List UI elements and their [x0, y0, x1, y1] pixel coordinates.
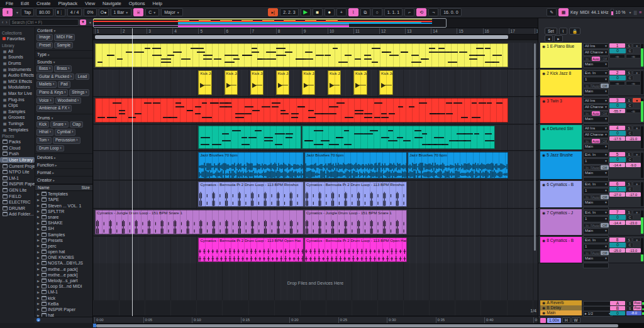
list-item[interactable]: ▶Steven ... VOL. 1: [35, 203, 92, 209]
time-ruler[interactable]: 0:000:050:100:150:200:250:300:350:400:45: [93, 316, 538, 323]
midi-map-label[interactable]: MIDI: [580, 10, 589, 14]
solo-button[interactable]: S: [626, 238, 633, 242]
monitor-off-button[interactable]: Off: [601, 57, 609, 61]
clip[interactable]: Kick Jaz: [250, 70, 264, 95]
list-item[interactable]: ▶NOSTA...DBYLJS: [35, 260, 92, 266]
filter-section-header[interactable]: Drums▾: [36, 115, 91, 121]
ableton-logo-icon[interactable]: ‖: [3, 8, 13, 16]
expand-triangle-icon[interactable]: ▶: [37, 215, 40, 219]
clip[interactable]: Cymatics - Bermuda Pt 2 Drum Loop - 113 …: [198, 182, 304, 207]
track-lane-6[interactable]: Cymatics - Bermuda Pt 2 Drum Loop - 113 …: [93, 181, 538, 209]
filter-section-header[interactable]: Devices▸: [36, 155, 91, 160]
expand-triangle-icon[interactable]: ▶: [37, 192, 40, 196]
sidebar-item-templates[interactable]: ▦Templates: [0, 126, 35, 133]
draw-mode-button[interactable]: ✎: [547, 8, 557, 16]
track-header-7[interactable]: ◉7 Cymatics - JExt. In▼1▼InAutoOffMain▼7…: [538, 209, 644, 236]
arm-button[interactable]: ●: [633, 238, 641, 242]
sidebar-item-electric[interactable]: ELECTRIC: [0, 199, 35, 205]
input-channel-menu[interactable]: 1▼: [583, 216, 609, 222]
list-item[interactable]: ▶perc: [35, 243, 92, 249]
track-fold-icon[interactable]: ◉: [542, 153, 545, 157]
key-root-menu[interactable]: C▼: [145, 8, 159, 16]
volume-field-a[interactable]: -17.5: [609, 136, 625, 141]
track-name[interactable]: ◉4 Detuned Stri: [540, 125, 582, 150]
zoom-level-button[interactable]: 1.00x: [547, 318, 561, 323]
list-item[interactable]: ▶mxthe...e pack]: [35, 272, 92, 278]
monitor-auto-button[interactable]: Auto: [592, 57, 600, 61]
monitor-auto-button[interactable]: Auto: [592, 111, 600, 116]
filter-chip[interactable]: Pad: [58, 81, 70, 88]
filter-chip[interactable]: Kick: [36, 121, 49, 128]
punch-in-button[interactable]: ⌐: [404, 8, 414, 16]
pan-knob[interactable]: 0: [609, 103, 626, 107]
track-name[interactable]: ◉3 Twin 3: [540, 97, 582, 123]
clip[interactable]: [95, 43, 508, 67]
sidebar-item-grooves[interactable]: ▦Grooves: [0, 114, 35, 121]
track-name[interactable]: ◉6 Cymatics - B: [540, 181, 582, 207]
list-item[interactable]: ▶ONE KNOBS: [35, 254, 92, 260]
volume-field-b[interactable]: -23.0: [626, 221, 641, 225]
track-fold-icon[interactable]: ◉: [542, 182, 545, 187]
filter-chip[interactable]: MIDI File: [54, 34, 75, 41]
monitor-in-button[interactable]: In: [583, 195, 591, 199]
track-number-badge[interactable]: 8: [609, 238, 625, 242]
expand-triangle-icon[interactable]: ▶: [37, 302, 40, 305]
track-number-badge[interactable]: 4: [609, 126, 625, 130]
sidebar-item-all[interactable]: ▦All: [0, 48, 35, 55]
volume-field-b[interactable]: -17.0: [626, 192, 641, 197]
sidebar-item-samples[interactable]: ▦Samples: [0, 109, 35, 115]
input-type-menu[interactable]: Ext. In▼: [583, 152, 609, 158]
input-channel-menu[interactable]: All Channe▼: [583, 132, 609, 138]
sidebar-item-modulators[interactable]: ▦Modulators: [0, 84, 35, 90]
volume-field-a[interactable]: -14.4: [609, 163, 625, 167]
track-number-badge[interactable]: 5: [609, 152, 625, 156]
track-number-badge[interactable]: 6: [609, 182, 625, 186]
list-item[interactable]: ▶Samples: [35, 231, 92, 237]
volume-field-a[interactable]: -14.4: [609, 221, 625, 225]
browser-forward-icon[interactable]: ›: [5, 20, 8, 25]
filter-chip[interactable]: Percussion ›: [53, 137, 80, 144]
filter-chip[interactable]: Guitar & Plucked ›: [36, 74, 74, 80]
capture-midi-button[interactable]: ⧉: [360, 8, 370, 16]
input-channel-menu[interactable]: All Channe▼: [583, 50, 609, 55]
pan-knob[interactable]: 0: [609, 75, 626, 80]
menu-item-edit[interactable]: Edit: [18, 0, 32, 7]
punch-out-button[interactable]: ¬: [428, 8, 438, 16]
monitor-auto-button[interactable]: Auto: [592, 165, 600, 170]
loop-brace[interactable]: [95, 35, 508, 39]
clip[interactable]: Jazz Brushes 70 bpm: [198, 152, 304, 178]
expand-triangle-icon[interactable]: ▶: [37, 273, 40, 276]
list-item[interactable]: ▶TAPE: [35, 197, 92, 202]
arrangement-view[interactable]: 123456789101112131415161718 Kick JazKick…: [93, 18, 538, 328]
volume-field-b[interactable]: -13.0: [626, 248, 641, 253]
arrangement-position-field[interactable]: 1. 1. 1: [384, 8, 402, 16]
sidebar-item-max-for-live[interactable]: ▦Max for Live: [0, 90, 35, 97]
filter-chip[interactable]: Tom ›: [36, 137, 52, 144]
output-menu[interactable]: Main▼: [583, 62, 609, 67]
sidebar-item-add-folder-[interactable]: Add Folder...: [0, 211, 35, 217]
sidebar-item-midi-effects[interactable]: ▦MIDI Effects: [0, 79, 35, 85]
arrangement-overview[interactable]: [93, 18, 538, 28]
tap-tempo-button[interactable]: Tap: [21, 8, 34, 16]
list-item[interactable]: ▶LM-1: [35, 289, 92, 295]
swing-amount-field[interactable]: 0%: [84, 8, 96, 16]
filter-chip[interactable]: Ambience & FX ›: [36, 105, 72, 112]
session-record-button[interactable]: ○: [372, 8, 382, 16]
filter-chip[interactable]: Drum Loop ›: [36, 145, 64, 152]
track-fold-icon[interactable]: ◉: [542, 126, 545, 131]
scrollbar-handle[interactable]: [96, 324, 618, 327]
monitor-in-button[interactable]: In: [583, 111, 591, 116]
monitor-off-button[interactable]: Off: [601, 251, 609, 255]
monitor-in-button[interactable]: In: [583, 223, 591, 227]
track-header-3[interactable]: ◉3 Twin 3All Ins▼All Channe▼InAutoOffMai…: [538, 97, 644, 124]
filter-section-header[interactable]: Creator▸: [36, 177, 91, 183]
track-lane-7[interactable]: Cymatics - Jungle Drum Loop - 151 BPM Sn…: [93, 209, 538, 236]
track-number-badge[interactable]: 1: [609, 43, 625, 48]
vertical-scrollbar[interactable]: [534, 43, 536, 251]
horizontal-scrollbar[interactable]: [93, 323, 644, 328]
sidebar-item-inspir-paper[interactable]: INSPIR Paper: [0, 181, 35, 187]
solo-button[interactable]: S: [626, 152, 633, 156]
track-name[interactable]: ◉2 Kick Jazz 8: [540, 70, 582, 96]
filter-section-header[interactable]: Format▸: [36, 170, 91, 175]
expand-triangle-icon[interactable]: ▶: [37, 267, 40, 271]
